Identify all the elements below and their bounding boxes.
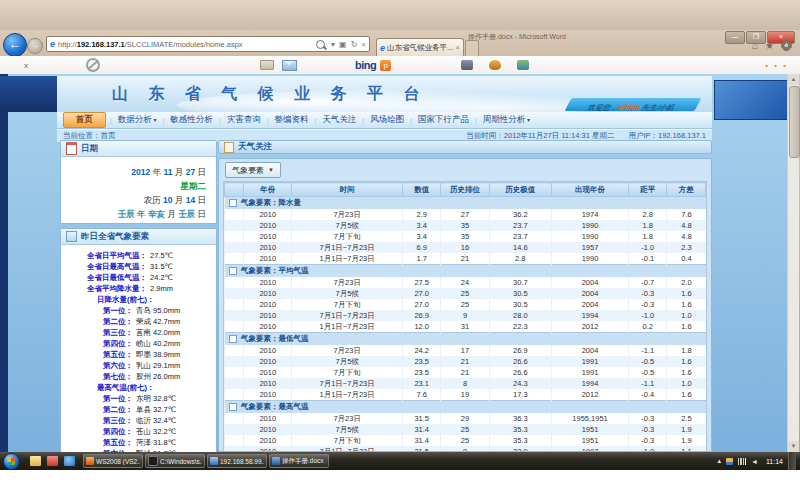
folder-icon[interactable]	[30, 456, 41, 466]
table-row[interactable]: 20107月下旬23.52126.61991-0.51.6	[225, 367, 706, 378]
refresh-icon[interactable]: ↻	[351, 40, 358, 49]
cell: 25	[441, 288, 489, 299]
table-section-row[interactable]: 气象要素：最高气温	[225, 401, 706, 414]
cell: 25	[441, 424, 489, 435]
new-tab-button[interactable]	[465, 40, 479, 57]
table-row[interactable]: 20107月23日24.21726.92004-1.11.8	[225, 345, 706, 356]
nav-item-1[interactable]: 数据分析 ▾	[118, 114, 157, 126]
cell: 17	[441, 345, 489, 356]
chevron-down-icon: ▾	[152, 117, 157, 123]
search-icon[interactable]	[316, 40, 325, 49]
rank-value: 单县 32.7℃	[136, 404, 176, 415]
search-dropdown-icon[interactable]: ▾	[331, 40, 335, 49]
rank-label: 第二位：	[61, 404, 133, 415]
browser-tab[interactable]: e 山东省气候业务平... ×	[376, 38, 464, 56]
taskbar-button-0[interactable]: WS2008 (VS2...	[83, 454, 143, 468]
table-row[interactable]: 20107月下旬3.43523.719901.84.8	[225, 231, 706, 242]
nav-item-2[interactable]: 敏感性分析	[170, 114, 213, 126]
rank-value: 青岛 95.0mm	[136, 305, 180, 316]
table-row[interactable]: 20107月5候31.42535.31951-0.31.9	[225, 424, 706, 435]
table-row[interactable]: 20107月23日2.92736.219742.87.6	[225, 209, 706, 220]
scroll-down-icon[interactable]: ▼	[788, 441, 799, 452]
community-icon[interactable]	[517, 60, 529, 70]
element-filter-button[interactable]: 气象要素 ▼	[225, 162, 281, 178]
checkbox-icon[interactable]	[229, 199, 237, 207]
mail-icon[interactable]	[282, 60, 297, 71]
table-row[interactable]: 20107月下旬31.42535.31951-0.31.9	[225, 435, 706, 446]
date-panel-header: 日期	[61, 141, 216, 157]
table-row[interactable]: 20107月5候23.52126.61991-0.51.6	[225, 356, 706, 367]
element-rank-item: 第二位：荣成 42.7mm	[61, 316, 212, 327]
pet-icon[interactable]	[489, 60, 501, 70]
scroll-up-icon[interactable]: ▲	[788, 74, 799, 85]
minimize-button[interactable]: —	[725, 31, 745, 44]
checkbox-icon[interactable]	[229, 267, 237, 275]
bing-button-icon[interactable]: p	[380, 60, 391, 71]
nav-item-7[interactable]: 国家下行产品	[418, 114, 469, 126]
taskbar-button-3[interactable]: 操作手册.docx ...	[269, 454, 329, 468]
cell: 1957	[552, 242, 629, 253]
date-panel-title: 日期	[81, 143, 98, 155]
nav-item-5[interactable]: 天气关注	[322, 114, 356, 126]
clock[interactable]: 11:14	[766, 458, 783, 465]
bing-logo[interactable]: bing	[355, 59, 376, 71]
cell: 4.8	[667, 231, 706, 242]
table-row[interactable]: 20107月5候3.43523.719901.84.8	[225, 220, 706, 231]
toolbar-close-button[interactable]: x	[24, 61, 28, 70]
date-text: 壬辰	[178, 209, 195, 219]
cell: 27	[441, 209, 489, 220]
table-section-row[interactable]: 气象要素：最低气温	[225, 333, 706, 346]
favorites-star-icon[interactable]: ★	[765, 40, 774, 51]
media-player-icon[interactable]	[47, 456, 58, 466]
nav-item-4[interactable]: 整编资料	[275, 114, 309, 126]
hidden-icons-chevron[interactable]: ▴	[718, 457, 722, 465]
scrollbar-thumb[interactable]	[789, 86, 800, 158]
cell: 2004	[552, 345, 629, 356]
table-row[interactable]: 20107月下旬27.02530.52004-0.31.6	[225, 299, 706, 310]
compatibility-icon[interactable]: ▣	[339, 40, 347, 49]
table-row[interactable]: 20107月23日31.52936.31955,1951-0.32.5	[225, 413, 706, 424]
table-row[interactable]: 20107月23日27.52430.72004-0.72.0	[225, 277, 706, 288]
show-desktop-button[interactable]	[788, 452, 796, 470]
table-section-row[interactable]: 气象要素：降水量	[225, 197, 706, 210]
nav-item-8[interactable]: 周期性分析 ▾	[483, 114, 530, 126]
table-row[interactable]: 20101月1日~7月23日1.7212.81990-0.10.4	[225, 253, 706, 265]
forward-button[interactable]: →	[27, 38, 43, 54]
table-section-row[interactable]: 气象要素：平均气温	[225, 265, 706, 278]
nav-item-6[interactable]: 风场绘图	[370, 114, 404, 126]
card-icon[interactable]	[260, 60, 274, 70]
table-row[interactable]: 20107月1日~7月23日26.9928.01994-1.01.0	[225, 310, 706, 321]
camera-icon[interactable]	[461, 60, 473, 70]
stop-icon[interactable]: ×	[361, 40, 366, 49]
taskbar-button-icon	[210, 457, 218, 465]
address-bar[interactable]: e http://192.168.137.1/SLCCLIMATE/module…	[46, 36, 370, 52]
taskbar-button-2[interactable]: 192.168.58.99...	[207, 454, 267, 468]
checkbox-icon[interactable]	[229, 335, 237, 343]
rank-value: 崂山 40.2mm	[136, 338, 180, 349]
gear-icon[interactable]	[781, 40, 792, 51]
nav-item-3[interactable]: 灾害查询	[227, 114, 261, 126]
browser-icon[interactable]	[64, 456, 75, 466]
start-button[interactable]	[3, 453, 20, 470]
element-rank-item: 第五位：菏泽 31.8℃	[61, 437, 212, 448]
table-row[interactable]: 20101月1日~7月23日7.61917.32012-0.41.6	[225, 389, 706, 401]
blocker-icon[interactable]	[86, 58, 100, 72]
action-center-flag-icon[interactable]	[726, 458, 733, 465]
volume-icon[interactable]: ◄	[751, 458, 758, 465]
checkbox-icon[interactable]	[229, 403, 237, 411]
table-row[interactable]: 20107月5候27.02530.52004-0.31.6	[225, 288, 706, 299]
cell: 7.6	[402, 389, 440, 401]
back-button[interactable]: ←	[3, 33, 27, 57]
home-icon[interactable]: ⌂	[752, 40, 758, 51]
table-row[interactable]: 20107月1日~7月23日23.1824.31994-1.11.0	[225, 378, 706, 389]
nav-item-0[interactable]: 首页	[63, 112, 106, 128]
table-row[interactable]: 20101月1日~7月23日12.03122.320120.21.6	[225, 321, 706, 333]
toolbar-more-dots[interactable]: • • •	[765, 61, 788, 70]
network-icon[interactable]	[738, 458, 746, 465]
element-group-title: 最高气温(前七)：	[61, 382, 212, 393]
taskbar-button-1[interactable]: C:\Windows\s...	[145, 454, 205, 468]
cell: 23.5	[402, 367, 440, 378]
tab-close-icon[interactable]: ×	[455, 43, 460, 52]
table-row[interactable]: 20107月1日~7月23日6.91614.61957-1.02.3	[225, 242, 706, 253]
page-scrollbar[interactable]: ▲ ▼	[787, 74, 799, 452]
